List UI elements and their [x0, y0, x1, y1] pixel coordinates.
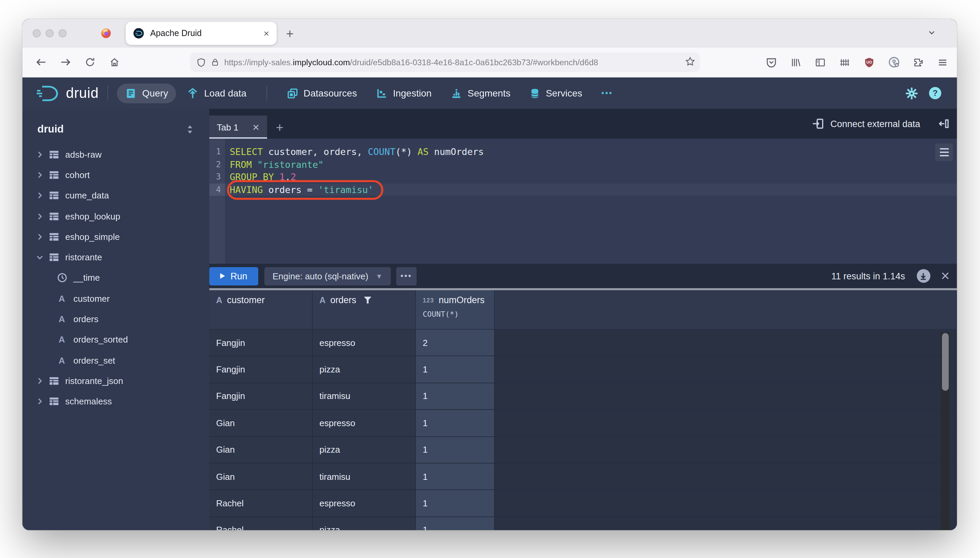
- collapse-panel-icon[interactable]: [938, 118, 950, 130]
- close-results-icon[interactable]: ✕: [941, 270, 951, 282]
- firefox-icon[interactable]: [101, 28, 111, 39]
- cell-customer[interactable]: Fangjin: [209, 383, 313, 410]
- cell-orders[interactable]: tiramisu: [313, 463, 416, 491]
- sidebar-toggle-icon[interactable]: [810, 52, 831, 72]
- url-bar[interactable]: https://imply-sales.implycloud.com/druid…: [190, 53, 700, 72]
- cell-customer[interactable]: Gian: [209, 437, 313, 463]
- druid-logo-icon[interactable]: [36, 84, 61, 102]
- new-browser-tab-button[interactable]: +: [286, 27, 293, 40]
- sidebar-item-ristorante_json[interactable]: ristorante_json: [23, 371, 209, 392]
- shield-permissions-icon[interactable]: [197, 57, 206, 67]
- cell-customer[interactable]: Rachel: [209, 517, 313, 530]
- cell-customer[interactable]: Gian: [209, 410, 313, 437]
- bookmark-star-icon[interactable]: [685, 56, 695, 67]
- extensions-icon[interactable]: [908, 52, 928, 72]
- reload-icon[interactable]: [80, 52, 100, 72]
- chevron-right-icon[interactable]: [36, 171, 46, 179]
- cell-customer[interactable]: Gian: [209, 463, 313, 491]
- library-icon[interactable]: [786, 52, 806, 72]
- close-query-tab-icon[interactable]: ✕: [252, 122, 260, 132]
- sidebar-item-orders_sorted[interactable]: Aorders_sorted: [23, 329, 209, 350]
- sql-line-3[interactable]: GROUP BY 1,2: [225, 171, 957, 183]
- column-header-orders[interactable]: Aorders: [313, 290, 416, 330]
- cell-orders[interactable]: pizza: [313, 517, 416, 530]
- cell-numOrders[interactable]: 1: [416, 491, 495, 517]
- chevron-right-icon[interactable]: [36, 397, 46, 405]
- cell-numOrders[interactable]: 1: [416, 437, 495, 463]
- download-results-icon[interactable]: [917, 269, 931, 283]
- help-icon[interactable]: ?: [928, 86, 942, 100]
- menu-icon[interactable]: [932, 52, 953, 72]
- cell-orders[interactable]: espresso: [313, 491, 416, 517]
- cell-numOrders[interactable]: 1: [416, 463, 495, 491]
- forward-icon[interactable]: [55, 52, 75, 72]
- sql-line-2[interactable]: FROM "ristorante": [225, 158, 957, 171]
- connect-external-data-button[interactable]: Connect external data: [812, 118, 920, 130]
- close-tab-icon[interactable]: ×: [264, 28, 269, 38]
- sidebar-item-eshop_lookup[interactable]: eshop_lookup: [23, 206, 209, 226]
- sql-editor[interactable]: 1234 SELECT customer, orders, COUNT(*) A…: [209, 139, 957, 264]
- editor-menu-icon[interactable]: [935, 143, 953, 161]
- editor-code[interactable]: SELECT customer, orders, COUNT(*) AS num…: [225, 139, 957, 264]
- cell-numOrders[interactable]: 2: [416, 330, 495, 356]
- settings-gear-icon[interactable]: [905, 87, 918, 100]
- chevron-right-icon[interactable]: [36, 212, 46, 220]
- chevron-down-icon[interactable]: [36, 253, 46, 261]
- browser-tab[interactable]: Apache Druid ×: [126, 22, 277, 45]
- cell-customer[interactable]: Fangjin: [209, 330, 313, 356]
- cell-numOrders[interactable]: 1: [416, 410, 495, 437]
- onepassword-icon[interactable]: [883, 52, 904, 72]
- close-window-button[interactable]: [33, 29, 41, 38]
- query-tab[interactable]: Tab 1 ✕: [209, 115, 267, 139]
- pocket-icon[interactable]: [761, 52, 782, 72]
- cell-orders[interactable]: pizza: [313, 437, 416, 463]
- cell-orders[interactable]: pizza: [313, 356, 416, 383]
- chevron-right-icon[interactable]: [36, 233, 46, 241]
- vertical-scrollbar[interactable]: [941, 332, 949, 530]
- tab-list-chevron-icon[interactable]: [927, 28, 936, 38]
- minimize-window-button[interactable]: [46, 29, 54, 38]
- nav-item-datasources[interactable]: Datasources: [278, 83, 365, 103]
- cell-numOrders[interactable]: 1: [416, 356, 495, 383]
- query-more-button[interactable]: •••: [396, 267, 416, 285]
- sidebar-item-schemaless[interactable]: schemaless: [23, 391, 209, 412]
- sidebar-item-eshop_simple[interactable]: eshop_simple: [23, 226, 209, 247]
- cell-orders[interactable]: tiramisu: [313, 383, 416, 410]
- sidebar-item-adsb-raw[interactable]: adsb-raw: [23, 144, 209, 165]
- nav-item-segments[interactable]: Segments: [442, 83, 519, 103]
- nav-item-ingestion[interactable]: Ingestion: [368, 83, 440, 103]
- nav-item-load-data[interactable]: Load data: [179, 83, 255, 103]
- sidebar-item-customer[interactable]: Acustomer: [23, 288, 209, 309]
- ublock-icon[interactable]: UO: [859, 52, 879, 72]
- run-button[interactable]: Run: [209, 267, 258, 285]
- sql-line-1[interactable]: SELECT customer, orders, COUNT(*) AS num…: [225, 146, 957, 158]
- chevron-right-icon[interactable]: [36, 377, 46, 385]
- nav-more-button[interactable]: •••: [593, 84, 621, 102]
- filter-icon[interactable]: [364, 296, 372, 304]
- sidebar-item-cume_data[interactable]: cume_data: [23, 185, 209, 206]
- sidebar-item-cohort[interactable]: cohort: [23, 165, 209, 185]
- scrollbar-thumb[interactable]: [942, 333, 949, 391]
- containers-icon[interactable]: [834, 52, 855, 72]
- nav-item-services[interactable]: Services: [521, 83, 590, 103]
- sort-toggle-icon[interactable]: [185, 124, 194, 134]
- cell-numOrders[interactable]: 1: [416, 517, 495, 530]
- add-query-tab-button[interactable]: +: [276, 121, 284, 134]
- home-icon[interactable]: [104, 52, 125, 72]
- cell-customer[interactable]: Rachel: [209, 491, 313, 517]
- sidebar-item-time[interactable]: __time: [23, 268, 209, 289]
- lock-icon[interactable]: [211, 58, 220, 67]
- sidebar-item-orders[interactable]: Aorders: [23, 309, 209, 330]
- column-header-numOrders[interactable]: 123numOrdersCOUNT(*): [416, 290, 495, 330]
- cell-orders[interactable]: espresso: [313, 410, 416, 437]
- zoom-window-button[interactable]: [59, 29, 67, 38]
- sidebar-item-ristorante[interactable]: ristorante: [23, 247, 209, 268]
- cell-customer[interactable]: Fangjin: [209, 356, 313, 383]
- column-header-customer[interactable]: Acustomer: [209, 290, 313, 330]
- sidebar-item-orders_set[interactable]: Aorders_set: [23, 350, 209, 371]
- engine-select[interactable]: Engine: auto (sql-native) ▼: [264, 267, 391, 285]
- nav-item-query[interactable]: Query: [117, 83, 176, 103]
- cell-numOrders[interactable]: 1: [416, 383, 495, 410]
- back-icon[interactable]: [31, 52, 51, 72]
- cell-orders[interactable]: espresso: [313, 330, 416, 356]
